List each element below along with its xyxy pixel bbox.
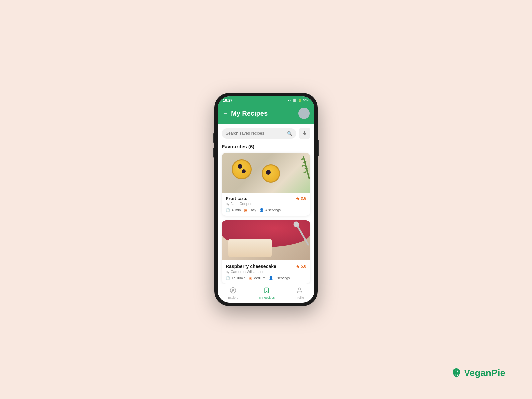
berry-decoration-1 (238, 164, 242, 169)
recipe-header-row-2: Raspberry cheesecake ★ 5.0 (226, 264, 306, 269)
time-value-2: 1h 10min (232, 276, 245, 280)
bookmark-icon (263, 287, 270, 295)
veganpie-branding: VeganPie (451, 367, 505, 379)
recipe-image-fruit-tarts (222, 153, 310, 193)
recipe-image-cheesecake (222, 220, 310, 260)
search-bar[interactable]: 🔍 (222, 128, 296, 139)
servings-tag-2: 👤 8 servings (269, 276, 290, 280)
difficulty-icon-2: ▣ (249, 276, 252, 280)
nav-item-explore[interactable]: Explore (228, 287, 238, 299)
difficulty-value-2: Medium (253, 276, 265, 280)
berry-decoration-3 (266, 170, 271, 175)
nav-label-profile: Profile (295, 296, 304, 299)
clock-icon: 🕐 (226, 208, 230, 212)
nav-item-profile[interactable]: Profile (295, 287, 304, 299)
servings-value: 4 servings (265, 208, 281, 212)
back-button[interactable]: ← (222, 110, 228, 117)
clock-icon-2: 🕐 (226, 276, 230, 280)
rating-value-2: 5.0 (301, 264, 306, 269)
signal-icon: ▐▌ (292, 99, 297, 102)
main-content: 🔍 Favourites (6) (218, 124, 314, 284)
recipe-name-2: Raspberry cheesecake (226, 264, 276, 269)
nav-label-explore: Explore (228, 296, 238, 299)
search-input[interactable] (226, 131, 285, 136)
recipe-info-fruit-tarts: Fruit tarts ★ 3.5 by Jane Cooper 🕐 45min (222, 193, 310, 216)
phone-shell: 18:27 ▾▾ ▐▌ 🔋 50% ← My Recipes 🔍 (214, 93, 318, 306)
star-icon-2: ★ (296, 264, 300, 269)
nav-item-my-recipes[interactable]: My Recipes (259, 287, 275, 299)
phone-screen: 18:27 ▾▾ ▐▌ 🔋 50% ← My Recipes 🔍 (218, 96, 314, 303)
svg-point-7 (299, 288, 301, 290)
status-icons: ▾▾ ▐▌ 🔋 50% (288, 99, 309, 102)
time-tag: 🕐 45min (226, 208, 241, 212)
difficulty-tag-2: ▣ Medium (249, 276, 265, 280)
recipe-info-cheesecake: Raspberry cheesecake ★ 5.0 by Cameron Wi… (222, 260, 310, 284)
cheesecake-base-decoration (228, 239, 272, 257)
recipe-author-2: by Cameron Williamson (226, 270, 306, 274)
compass-icon (230, 287, 236, 295)
battery-percent: 50% (303, 99, 309, 102)
app-header: ← My Recipes (218, 104, 314, 124)
filter-icon (302, 131, 307, 136)
servings-icon-2: 👤 (269, 276, 273, 280)
recipe-card-cheesecake[interactable]: Raspberry cheesecake ★ 5.0 by Cameron Wi… (222, 220, 310, 284)
time-value: 45min (232, 208, 241, 212)
recipe-rating: ★ 3.5 (296, 196, 306, 201)
servings-icon: 👤 (259, 208, 264, 212)
status-time: 18:27 (223, 98, 232, 102)
rosemary-decoration (303, 156, 310, 179)
star-icon: ★ (296, 196, 300, 201)
difficulty-value: Easy (249, 208, 256, 212)
recipe-tags-2: 🕐 1h 10min ▣ Medium 👤 8 servings (226, 276, 306, 280)
page-title: My Recipes (231, 110, 268, 117)
tart-decoration (232, 159, 252, 179)
servings-tag: 👤 4 servings (259, 208, 281, 212)
difficulty-tag: ▣ Easy (244, 208, 256, 212)
search-icon: 🔍 (287, 131, 292, 136)
tart-decoration-2 (262, 164, 280, 183)
header-left: ← My Recipes (222, 110, 268, 117)
search-row: 🔍 (222, 128, 310, 139)
berry-decoration-2 (242, 169, 246, 173)
recipe-author: by Jane Cooper (226, 202, 306, 206)
rating-value: 3.5 (301, 196, 306, 201)
status-bar: 18:27 ▾▾ ▐▌ 🔋 50% (218, 96, 314, 104)
time-tag-2: 🕐 1h 10min (226, 276, 245, 280)
nav-label-my-recipes: My Recipes (259, 296, 275, 299)
recipe-card-fruit-tarts[interactable]: Fruit tarts ★ 3.5 by Jane Cooper 🕐 45min (222, 153, 310, 216)
person-icon (296, 287, 303, 295)
bottom-nav: Explore My Recipes Profile (218, 284, 314, 303)
wifi-icon: ▾▾ (288, 99, 291, 102)
recipe-tags: 🕐 45min ▣ Easy 👤 4 servings (226, 208, 306, 212)
servings-value-2: 8 servings (275, 276, 290, 280)
difficulty-icon: ▣ (244, 208, 247, 212)
veganpie-logo-icon (451, 367, 463, 379)
recipe-name: Fruit tarts (226, 196, 247, 201)
battery-icon: 🔋 (298, 99, 302, 102)
avatar[interactable] (298, 108, 310, 119)
recipe-header-row: Fruit tarts ★ 3.5 (226, 196, 306, 201)
recipe-rating-2: ★ 5.0 (296, 264, 306, 269)
section-title: Favourites (6) (222, 144, 310, 149)
svg-marker-6 (232, 289, 234, 291)
filter-button[interactable] (299, 128, 310, 139)
veganpie-logo-text: VeganPie (464, 368, 505, 378)
